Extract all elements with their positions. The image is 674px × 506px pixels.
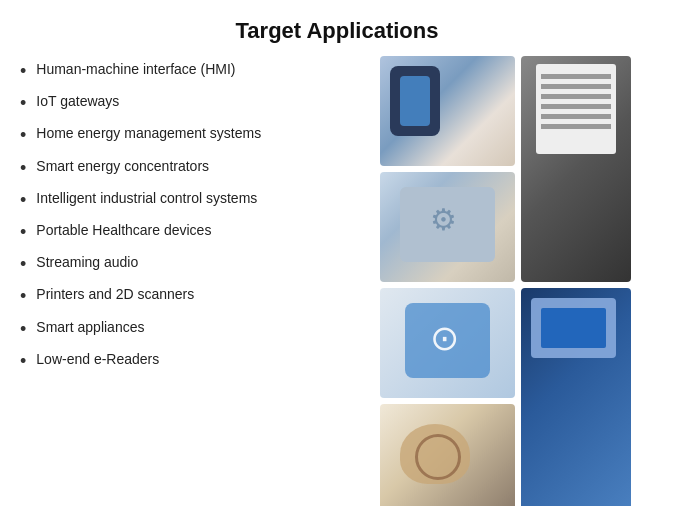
image-reader (521, 56, 631, 282)
bullet-icon: • (20, 349, 26, 374)
page-title: Target Applications (0, 0, 674, 56)
list-item: •Printers and 2D scanners (20, 281, 370, 313)
bullet-icon: • (20, 252, 26, 277)
bullet-icon: • (20, 123, 26, 148)
list-item: •Smart energy concentrators (20, 153, 370, 185)
list-item: •Home energy management systems (20, 120, 370, 152)
bullet-icon: • (20, 220, 26, 245)
image-fingerprint (380, 404, 515, 506)
item-label: Home energy management systems (36, 124, 261, 144)
image-panel (521, 288, 631, 506)
item-label: Low-end e-Readers (36, 350, 159, 370)
item-label: Printers and 2D scanners (36, 285, 194, 305)
bullet-icon: • (20, 59, 26, 84)
item-label: Smart energy concentrators (36, 157, 209, 177)
item-label: Streaming audio (36, 253, 138, 273)
list-item: •Intelligent industrial control systems (20, 185, 370, 217)
item-label: Portable Healthcare devices (36, 221, 211, 241)
bullet-icon: • (20, 91, 26, 116)
list-item: •Human-machine interface (HMI) (20, 56, 370, 88)
list-item: •Low-end e-Readers (20, 346, 370, 378)
image-hmi (380, 56, 515, 166)
image-iot (380, 172, 515, 282)
image-grid (380, 56, 664, 506)
item-label: Intelligent industrial control systems (36, 189, 257, 209)
list-item: •IoT gateways (20, 88, 370, 120)
applications-list: •Human-machine interface (HMI)•IoT gatew… (10, 56, 370, 506)
item-label: Human-machine interface (HMI) (36, 60, 235, 80)
item-label: Smart appliances (36, 318, 144, 338)
bullet-icon: • (20, 317, 26, 342)
bullet-icon: • (20, 156, 26, 181)
list-item: •Portable Healthcare devices (20, 217, 370, 249)
list-item: •Smart appliances (20, 314, 370, 346)
list-item: •Streaming audio (20, 249, 370, 281)
bullet-icon: • (20, 284, 26, 309)
image-hub (380, 288, 515, 398)
bullet-icon: • (20, 188, 26, 213)
main-content: •Human-machine interface (HMI)•IoT gatew… (0, 56, 674, 506)
item-label: IoT gateways (36, 92, 119, 112)
